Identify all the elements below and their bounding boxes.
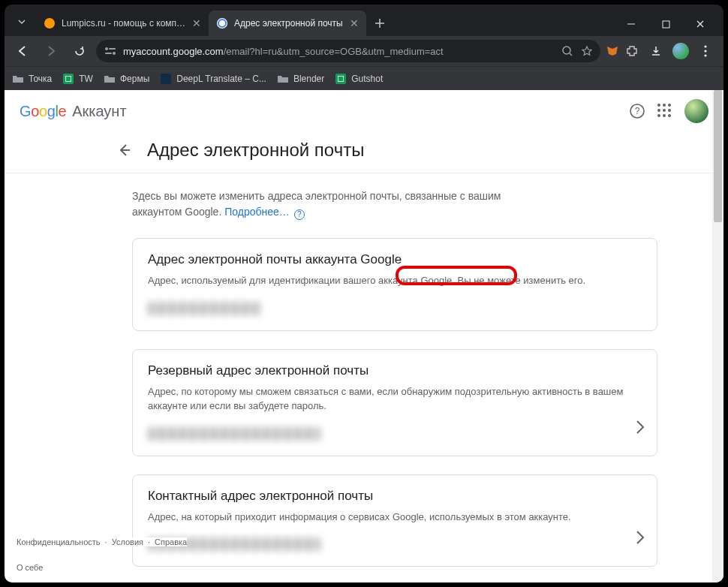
bookmark-tw[interactable]: TW (62, 73, 93, 85)
sheets-icon (62, 73, 74, 85)
card-title: Адрес электронной почты аккаунта Google (148, 252, 642, 267)
tab-strip: Lumpics.ru - помощь с компью ✕ Адрес эле… (5, 5, 723, 36)
window-maximize[interactable] (648, 12, 683, 36)
svg-rect-6 (105, 53, 112, 54)
scroll-thumb[interactable] (714, 90, 722, 222)
folder-icon (277, 73, 289, 85)
svg-text:?: ? (635, 106, 640, 116)
bookmark-label: Gutshot (351, 74, 383, 84)
sheets-icon (335, 73, 347, 85)
chevron-right-icon (636, 420, 645, 435)
tablist-caret[interactable] (12, 12, 32, 32)
browser-menu[interactable] (693, 39, 717, 63)
privacy-link[interactable]: Конфиденциальность (17, 537, 101, 546)
svg-rect-4 (109, 48, 116, 50)
scrollbar[interactable] (712, 90, 723, 582)
bookmark-label: Blender (293, 74, 324, 84)
favicon-google (216, 17, 228, 29)
google-apps-icon[interactable] (657, 104, 672, 119)
close-icon[interactable]: ✕ (192, 17, 201, 29)
card-desc: Адрес, по которому мы сможем связаться с… (148, 384, 642, 414)
toolbar: myaccount.google.com/email?hl=ru&utm_sou… (5, 36, 723, 66)
extensions-icon[interactable] (624, 44, 639, 59)
bookmark-folder-blender[interactable]: Blender (277, 73, 324, 85)
tab-lumpics[interactable]: Lumpics.ru - помощь с компью ✕ (36, 11, 209, 36)
tab-label: Lumpics.ru - помощь с компью (62, 18, 186, 29)
bookmark-label: Точка (29, 74, 52, 84)
svg-rect-2 (663, 21, 669, 28)
card-account-email: Адрес электронной почты аккаунта Google … (132, 238, 657, 331)
tab-google-account[interactable]: Адрес электронной почты ✕ (209, 11, 366, 36)
google-logo[interactable]: Google (20, 103, 66, 120)
bookmark-star-icon[interactable] (581, 45, 593, 57)
bookmark-folder-fermy[interactable]: Фермы (104, 73, 149, 85)
svg-point-3 (105, 47, 108, 50)
terms-link[interactable]: Условия (112, 537, 143, 546)
page-title: Адрес электронной почты (147, 140, 364, 161)
card-title: Резервный адрес электронной почты (148, 363, 642, 378)
bookmark-label: TW (79, 74, 93, 84)
intro-text: Здесь вы можете изменить адреса электрон… (132, 188, 522, 220)
bookmark-deepl[interactable]: DeepL Translate – C... (160, 73, 266, 85)
window-minimize[interactable] (614, 12, 648, 36)
footer-links: Конфиденциальность·Условия·Справка (17, 537, 187, 546)
folder-icon (12, 73, 24, 85)
close-icon[interactable]: ✕ (350, 17, 359, 29)
svg-point-10 (704, 54, 706, 56)
bookmarks-bar: Точка TW Фермы DeepL Translate – C... Bl… (5, 66, 723, 90)
redacted-email (148, 427, 320, 441)
folder-icon (104, 73, 116, 85)
redacted-email (148, 302, 260, 315)
tab-label: Адрес электронной почты (234, 18, 344, 29)
learn-more-link[interactable]: Подробнее… (224, 206, 290, 218)
svg-point-0 (44, 18, 55, 29)
chevron-right-icon (636, 530, 645, 545)
bookmark-gutshot[interactable]: Gutshot (335, 73, 383, 85)
extension-metamask-icon[interactable] (605, 44, 620, 59)
zoom-icon[interactable] (561, 45, 573, 57)
card-recovery-email[interactable]: Резервный адрес электронной почты Адрес,… (132, 349, 657, 456)
back-arrow-icon[interactable] (116, 141, 134, 159)
page-content: Google Аккаунт ? Адрес электронной почты… (5, 90, 723, 582)
bookmark-label: Фермы (120, 74, 149, 84)
footer-about[interactable]: О себе (17, 563, 43, 572)
product-name: Аккаунт (72, 103, 126, 120)
nav-back[interactable] (11, 39, 35, 63)
url-text: myaccount.google.com/email?hl=ru&utm_sou… (123, 46, 444, 57)
card-desc: Адрес, на который приходит информация о … (148, 510, 642, 525)
nav-forward[interactable] (39, 39, 63, 63)
help-tooltip-icon[interactable]: ? (294, 209, 305, 220)
window-close[interactable] (683, 12, 717, 36)
svg-point-9 (704, 50, 706, 52)
google-header: Google Аккаунт ? (5, 90, 723, 132)
nav-reload[interactable] (68, 39, 92, 63)
svg-point-5 (113, 52, 116, 55)
card-desc: Адрес, используемый для идентификации ва… (148, 273, 642, 288)
account-avatar[interactable] (684, 99, 708, 123)
svg-point-7 (563, 47, 570, 54)
favicon-lumpics (44, 17, 56, 29)
site-settings-icon[interactable] (104, 46, 117, 56)
address-bar[interactable]: myaccount.google.com/email?hl=ru&utm_sou… (96, 40, 600, 62)
bookmark-folder-tochka[interactable]: Точка (12, 73, 52, 85)
bookmark-label: DeepL Translate – C... (176, 74, 266, 84)
help-link[interactable]: Справка (155, 537, 187, 546)
new-tab-button[interactable] (369, 13, 390, 34)
card-title: Контактный адрес электронной почты (148, 489, 642, 504)
svg-point-8 (704, 45, 706, 47)
card-contact-email[interactable]: Контактный адрес электронной почты Адрес… (132, 474, 657, 567)
help-icon[interactable]: ? (629, 103, 645, 119)
deepl-icon (160, 73, 172, 85)
profile-avatar[interactable] (672, 43, 689, 59)
downloads-icon[interactable] (644, 39, 668, 63)
